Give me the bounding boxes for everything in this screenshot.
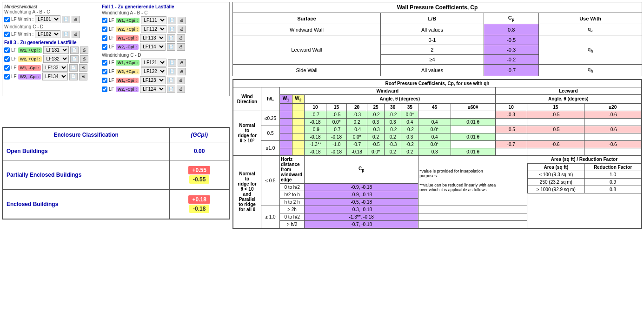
fall3-btn2b[interactable]: 🖨: [80, 55, 88, 63]
lf-wmin-row1: LF W min : LF101 📄 🖨: [4, 15, 97, 23]
fall3-check1[interactable]: [4, 47, 10, 53]
fall1-cd-select1[interactable]: LF121: [141, 59, 166, 67]
fall1-cd-select3[interactable]: LF123: [140, 76, 166, 84]
fall1-abc-check3[interactable]: [102, 35, 107, 41]
fall1-cd-btn4a[interactable]: 📄: [167, 86, 175, 93]
fall3-btn4b[interactable]: 🖨: [79, 73, 87, 80]
windward-wall-label: Windward Wall: [233, 24, 381, 35]
fall1-abc-check2[interactable]: [102, 27, 107, 32]
w1-05-bot: [280, 133, 292, 140]
wall-cp-header: Cp: [484, 13, 539, 24]
c05-20a: -0.4: [347, 126, 367, 133]
lee10-15b-empty: [527, 148, 584, 155]
fall3-btn1a[interactable]: 📄: [70, 47, 79, 54]
fall1-abc-btn2a[interactable]: 📄: [168, 26, 176, 33]
lf-wmin-check1[interactable]: [4, 17, 10, 22]
fall1-cd-btn2a[interactable]: 📄: [168, 68, 176, 75]
dist-h2-h: h/2 to h: [280, 191, 305, 198]
fall1-abc-check4[interactable]: [102, 44, 107, 50]
fall1-cd-check2[interactable]: [102, 69, 107, 74]
c025-30b: 0.3: [385, 118, 401, 126]
leeward-header: Leeward: [495, 87, 641, 94]
lf-wmin-btn1a[interactable]: 📄: [62, 16, 70, 23]
angle-45: 45: [418, 103, 451, 111]
lf-wmin-check2[interactable]: [4, 32, 10, 37]
cp-ge10-gt-h2: -0.7, -0.18: [305, 220, 418, 228]
dir-abc-label: Windrichtung A - B - C: [4, 9, 97, 14]
fall1-cd-btn1b[interactable]: 🖨: [178, 59, 186, 67]
leeward-wall-usewith: qh: [539, 35, 642, 65]
fall3-select1[interactable]: LF131: [43, 46, 69, 54]
fall1-cd-btn3b[interactable]: 🖨: [177, 77, 185, 84]
c10-25b: 0.0*: [367, 148, 385, 155]
reduction-row1: ≤ 100 (9.3 sq m) 1.0: [527, 171, 641, 178]
c10-30b: 0.2: [385, 148, 401, 155]
sidewall-lb: All values: [380, 65, 484, 76]
fall1-abc-btn4a[interactable]: 📄: [167, 43, 175, 51]
w1-025-top: [280, 111, 292, 118]
c05-10b: -0.18: [305, 133, 326, 140]
lf-wmin-select1[interactable]: LF101: [35, 15, 60, 23]
factor3: 0.8: [585, 186, 641, 193]
fall1-abc-badge1: W1, +Cpi :: [116, 18, 140, 23]
lee10-10a: -0.7: [495, 140, 527, 148]
fall1-abc-btn3a[interactable]: 📄: [167, 34, 175, 42]
fall1-abc-select4[interactable]: LF114: [140, 43, 166, 51]
c025-35a: 0.0*: [401, 111, 418, 118]
fall3-btn3a[interactable]: 📄: [69, 64, 78, 72]
fall1-cd-select4[interactable]: LF124: [140, 85, 166, 93]
fall3-check4[interactable]: [4, 74, 10, 80]
enclosed-pos-badge: +0.18: [188, 195, 210, 204]
fall3-check3[interactable]: [4, 65, 10, 71]
fall1-cd-badge3: W1, -Cpi :: [116, 78, 139, 83]
fall1-cd-check4[interactable]: [102, 86, 107, 92]
w2-10-bot: [292, 148, 305, 155]
fall3-badge2: W2, +Cpi :: [18, 56, 42, 62]
fall1-cd-check3[interactable]: [102, 78, 107, 83]
fall3-select3[interactable]: LF133: [42, 64, 68, 72]
fall1-cd-check1[interactable]: [102, 60, 107, 66]
fall3-select4[interactable]: LF134: [42, 73, 68, 80]
c05-15b: -0.18: [326, 133, 347, 140]
c05-30a: -0.2: [385, 126, 401, 133]
fall1-abc-btn4b[interactable]: 🖨: [177, 43, 185, 51]
reduction-row2: 250 (23.2 sq m) 0.9: [527, 178, 641, 186]
fall1-abc-badge4: W2, -Cpi :: [116, 44, 139, 50]
partial-buildings-label: Partially Enclosed Buildings: [3, 160, 170, 190]
c025-25a: -0.2: [367, 111, 385, 118]
fall1-cd-select2[interactable]: LF122: [141, 67, 166, 75]
lf-wmin-btn1b[interactable]: 🖨: [72, 16, 80, 23]
lf-wmin-btn2b[interactable]: 🖨: [72, 31, 80, 38]
wall-pressure-title: Wall Pressure Coefficients, Cp: [233, 2, 642, 13]
fall1-abc-check1[interactable]: [102, 18, 107, 23]
roof-normal-ge10-row2: -0.18 0.0* 0.2 0.3 0.3 0.4 0.4 0.01 θ: [233, 118, 642, 126]
fall3-btn1b[interactable]: 🖨: [80, 47, 88, 54]
fall3-lf4: LF: [11, 74, 17, 79]
roof-normal-ge10-row1: Normaltoridge forθ ≥ 10° ≤0.25 -0.7 -0.5…: [233, 111, 642, 118]
fall1-cd-row2: LF W2, +Cpi : LF122 📄 🖨: [102, 67, 186, 75]
fall1-abc-btn1b[interactable]: 🖨: [178, 17, 186, 24]
fall1-cd-badge4: W2, -Cpi :: [116, 86, 139, 92]
fall3-select2[interactable]: LF132: [43, 55, 69, 63]
fall1-cd-btn1a[interactable]: 📄: [168, 59, 176, 67]
fall1-cd-btn4b[interactable]: 🖨: [177, 86, 185, 93]
fall1-abc-btn3b[interactable]: 🖨: [177, 34, 185, 42]
fall3-btn4a[interactable]: 📄: [69, 73, 78, 80]
fall1-abc-select3[interactable]: LF113: [140, 34, 166, 42]
fall1-abc-btn2b[interactable]: 🖨: [178, 26, 186, 33]
fall1-abc-select2[interactable]: LF112: [141, 25, 166, 33]
fall3-btn3b[interactable]: 🖨: [79, 64, 87, 72]
fall1-abc-btn1a[interactable]: 📄: [168, 17, 176, 24]
lf-wmin-btn2a[interactable]: 📄: [62, 31, 70, 38]
fall3-check2[interactable]: [4, 56, 10, 62]
lf-wmin-select2[interactable]: LF102: [35, 30, 60, 38]
c05-45a: 0.0*: [418, 126, 451, 133]
fall1-cd-btn3a[interactable]: 📄: [167, 77, 175, 84]
fall1-abc-select1[interactable]: LF111: [141, 16, 166, 24]
angle-35: 35: [401, 103, 418, 111]
fall3-btn2a[interactable]: 📄: [70, 55, 79, 63]
fall1-cd-btn2b[interactable]: 🖨: [178, 68, 186, 75]
fall1-abc-lf4: LF: [109, 44, 114, 49]
c025-10b: -0.18: [305, 118, 326, 126]
lee-20: ≥20: [584, 103, 641, 111]
